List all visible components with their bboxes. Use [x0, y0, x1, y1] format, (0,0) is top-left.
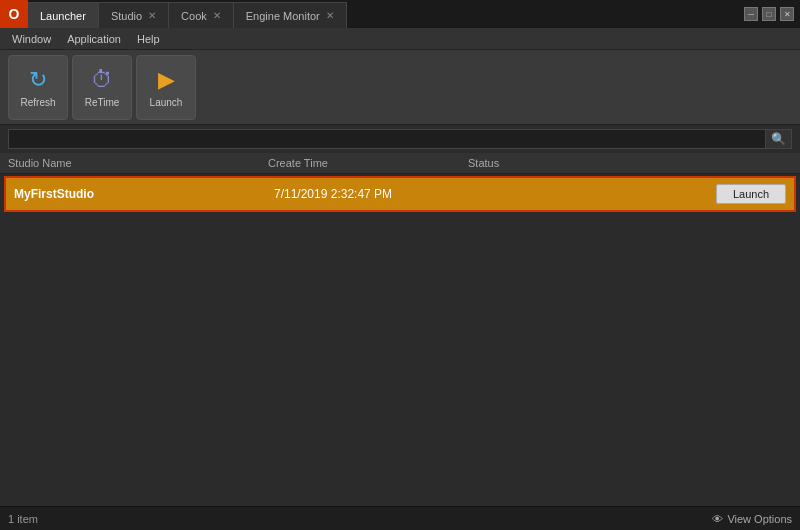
- table-body: MyFirstStudio 7/11/2019 2:32:47 PM Launc…: [0, 174, 800, 506]
- cell-create-time: 7/11/2019 2:32:47 PM: [274, 187, 474, 201]
- close-button[interactable]: ✕: [780, 7, 794, 21]
- tab-engine-monitor-close[interactable]: ✕: [326, 10, 334, 21]
- tab-cook-close[interactable]: ✕: [213, 10, 221, 21]
- launch-toolbar-button[interactable]: ▶ Launch: [136, 55, 196, 120]
- tab-studio-close[interactable]: ✕: [148, 10, 156, 21]
- tab-cook-label: Cook: [181, 10, 207, 22]
- refresh-button[interactable]: ↻ Refresh: [8, 55, 68, 120]
- item-count: 1 item: [8, 513, 712, 525]
- launch-row-button[interactable]: Launch: [716, 184, 786, 204]
- tab-launcher[interactable]: Launcher: [28, 2, 99, 28]
- tab-studio-label: Studio: [111, 10, 142, 22]
- app-logo: O: [0, 0, 28, 28]
- view-options-button[interactable]: 👁 View Options: [712, 513, 792, 525]
- status-bar: 1 item 👁 View Options: [0, 506, 800, 530]
- table-header: Studio Name Create Time Status: [0, 153, 800, 174]
- tab-cook[interactable]: Cook ✕: [169, 2, 234, 28]
- tab-engine-monitor[interactable]: Engine Monitor ✕: [234, 2, 347, 28]
- retime-button[interactable]: ⏱ ReTime: [72, 55, 132, 120]
- launch-label: Launch: [150, 97, 183, 108]
- retime-icon: ⏱: [91, 67, 113, 93]
- col-header-name: Studio Name: [8, 157, 268, 169]
- search-input[interactable]: [8, 129, 766, 149]
- col-header-create: Create Time: [268, 157, 468, 169]
- menu-bar: Window Application Help: [0, 28, 800, 50]
- title-bar: O Launcher Studio ✕ Cook ✕ Engine Monito…: [0, 0, 800, 28]
- view-options-label: View Options: [727, 513, 792, 525]
- refresh-label: Refresh: [20, 97, 55, 108]
- menu-application[interactable]: Application: [59, 28, 129, 49]
- tab-studio[interactable]: Studio ✕: [99, 2, 169, 28]
- search-icon[interactable]: 🔍: [766, 129, 792, 149]
- col-header-status: Status: [468, 157, 792, 169]
- tab-bar: Launcher Studio ✕ Cook ✕ Engine Monitor …: [28, 0, 738, 28]
- search-bar: 🔍: [0, 125, 800, 153]
- launch-icon: ▶: [158, 67, 175, 93]
- cell-studio-name: MyFirstStudio: [14, 187, 274, 201]
- refresh-icon: ↻: [29, 67, 47, 93]
- tab-launcher-label: Launcher: [40, 10, 86, 22]
- tab-engine-monitor-label: Engine Monitor: [246, 10, 320, 22]
- toolbar: ↻ Refresh ⏱ ReTime ▶ Launch: [0, 50, 800, 125]
- table-row[interactable]: MyFirstStudio 7/11/2019 2:32:47 PM Launc…: [4, 176, 796, 212]
- window-controls: ─ □ ✕: [738, 7, 800, 21]
- eye-icon: 👁: [712, 513, 723, 525]
- retime-label: ReTime: [85, 97, 120, 108]
- menu-help[interactable]: Help: [129, 28, 168, 49]
- menu-window[interactable]: Window: [4, 28, 59, 49]
- main-area: 🔍 Studio Name Create Time Status MyFirst…: [0, 125, 800, 530]
- minimize-button[interactable]: ─: [744, 7, 758, 21]
- maximize-button[interactable]: □: [762, 7, 776, 21]
